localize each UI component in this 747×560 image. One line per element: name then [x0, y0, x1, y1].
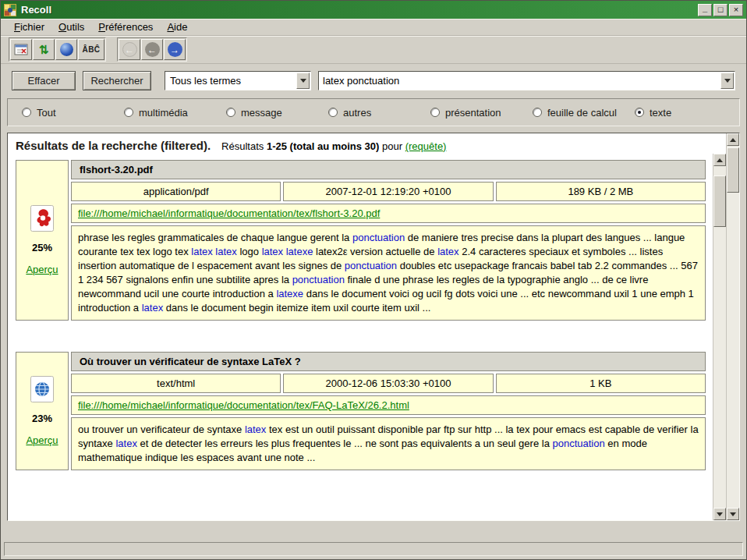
result-item: 23% Aperçu Où trouver un vérificateur de…: [16, 352, 706, 470]
scroll-up-button[interactable]: [713, 154, 726, 166]
result-size: 1 KB: [496, 374, 706, 393]
result-date: 2007-12-01 12:19:20 +0100: [283, 182, 493, 201]
nav-next-page-button[interactable]: →: [164, 39, 186, 60]
filter-tout[interactable]: Tout: [22, 107, 124, 119]
filter-label: message: [241, 107, 282, 119]
query-combobox[interactable]: [318, 71, 735, 90]
search-bar: Effacer Rechercher Tous les termes: [1, 64, 746, 97]
maximize-button[interactable]: □: [713, 4, 728, 16]
clear-button[interactable]: Effacer: [12, 71, 76, 90]
menu-outils[interactable]: Outils: [51, 19, 91, 34]
menu-fichier[interactable]: Fichier: [7, 19, 51, 34]
result-date: 2000-12-06 15:03:30 +0100: [283, 374, 493, 393]
scrollbar-thumb[interactable]: [727, 147, 739, 193]
result-side: 25% Aperçu: [16, 160, 69, 321]
results-area: Résultats de la recherche (filtered).Rés…: [7, 133, 740, 521]
filter-multimedia[interactable]: multimédia: [124, 107, 226, 119]
radio-icon: [430, 108, 440, 117]
minimize-button[interactable]: _: [698, 4, 712, 16]
result-item: 25% Aperçu flshort-3.20.pdf application/…: [16, 160, 706, 321]
term-explorer-icon: ÂBĈ: [82, 45, 100, 54]
window-controls: _ □ ×: [698, 4, 743, 16]
term-mode-value: Tous les termes: [165, 75, 296, 87]
radio-icon: [22, 108, 31, 117]
titlebar[interactable]: Recoll _ □ ×: [1, 1, 746, 19]
scrollbar-track[interactable]: [727, 146, 739, 508]
scroll-up-button[interactable]: [727, 133, 739, 146]
nav-previous-page-button[interactable]: ←: [141, 39, 163, 60]
chevron-down-icon[interactable]: [296, 73, 310, 89]
toolbar: ⇅ ÂBĈ ← ← →: [1, 36, 746, 64]
arrow-left-disabled-icon: ←: [122, 42, 137, 57]
filter-texte[interactable]: texte: [635, 107, 671, 119]
preview-link[interactable]: Aperçu: [26, 264, 58, 275]
pdf-icon: [30, 205, 54, 232]
clear-search-icon: [14, 43, 28, 57]
update-index-button[interactable]: ⇅: [33, 39, 55, 60]
status-bar: [4, 542, 743, 556]
radio-icon: [533, 108, 542, 117]
result-snippet: ou trouver un verificateur de syntaxe la…: [71, 417, 706, 470]
app-icon: [4, 4, 16, 16]
search-button[interactable]: Rechercher: [83, 71, 151, 90]
term-mode-select[interactable]: Tous les termes: [165, 71, 311, 90]
result-url-link[interactable]: file:///home/michael/informatique/docume…: [78, 399, 409, 411]
window-title: Recoll: [21, 4, 693, 16]
recoll-window: Recoll _ □ × Fichier Outils Préférences …: [0, 0, 747, 560]
outer-scrollbar[interactable]: [726, 133, 739, 520]
result-size: 189 KB / 2 MB: [496, 182, 706, 201]
filter-label: texte: [650, 107, 671, 119]
results-summary: Résultats 1-25 (total au moins 30) pour …: [221, 140, 446, 152]
radio-icon: [226, 108, 235, 117]
filter-label: autres: [343, 107, 371, 119]
menu-preferences[interactable]: Préférences: [91, 19, 160, 34]
relevance-percent: 25%: [32, 242, 52, 253]
query-link[interactable]: (requête): [405, 140, 447, 152]
filter-label: présentation: [445, 107, 501, 119]
results-title: Résultats de la recherche (filtered).: [16, 139, 211, 152]
inner-scrollbar[interactable]: [713, 154, 726, 520]
results-summary-pour: pour: [382, 140, 402, 152]
globe-icon: [60, 43, 73, 56]
result-title: Où trouver un vérificateur de syntaxe La…: [71, 352, 706, 371]
relevance-percent: 23%: [32, 413, 52, 424]
menubar: Fichier Outils Préférences Aide: [1, 19, 746, 36]
toolbar-group-nav: ← ← →: [117, 37, 187, 62]
scroll-down-button[interactable]: [727, 508, 739, 520]
filter-presentation[interactable]: présentation: [430, 107, 533, 119]
radio-icon: [635, 108, 644, 117]
close-button[interactable]: ×: [729, 4, 743, 16]
scroll-down-button[interactable]: [713, 508, 726, 520]
result-side: 23% Aperçu: [16, 352, 69, 470]
clear-search-button[interactable]: [10, 39, 32, 60]
search-input[interactable]: [319, 73, 720, 89]
html-icon: [30, 376, 54, 402]
update-index-icon: ⇅: [39, 44, 49, 55]
result-mime: application/pdf: [71, 182, 281, 201]
result-url-link[interactable]: file:///home/michael/informatique/docume…: [78, 207, 380, 219]
menu-aide[interactable]: Aide: [160, 19, 194, 34]
arrow-left-icon: ←: [145, 42, 160, 57]
result-mime: text/html: [71, 374, 281, 393]
filter-panel: Tout multimédia message autres présentat…: [7, 98, 740, 126]
result-snippet: phrase les regles grammaticales de chaqu…: [71, 225, 706, 321]
preview-link[interactable]: Aperçu: [26, 434, 58, 446]
radio-icon: [124, 108, 133, 117]
term-explorer-button[interactable]: ÂBĈ: [78, 39, 104, 60]
radio-icon: [328, 108, 338, 117]
results-header: Résultats de la recherche (filtered).Rés…: [8, 133, 726, 154]
results-range: 1-25 (total au moins 30): [267, 140, 379, 152]
result-title: flshort-3.20.pdf: [71, 160, 706, 179]
result-list: 25% Aperçu flshort-3.20.pdf application/…: [8, 154, 713, 520]
toolbar-group-main: ⇅ ÂBĈ: [9, 37, 106, 62]
results-summary-prefix: Résultats: [221, 140, 264, 152]
filter-message[interactable]: message: [226, 107, 328, 119]
filter-label: multimédia: [139, 107, 188, 119]
filter-feuille-de-calcul[interactable]: feuille de calcul: [533, 107, 635, 119]
chevron-down-icon[interactable]: [720, 73, 734, 89]
filter-autres[interactable]: autres: [328, 107, 430, 119]
nav-first-page-button[interactable]: ←: [119, 39, 140, 60]
run-query-button[interactable]: [55, 39, 77, 60]
scrollbar-thumb[interactable]: [713, 175, 726, 227]
scrollbar-track[interactable]: [713, 166, 726, 508]
